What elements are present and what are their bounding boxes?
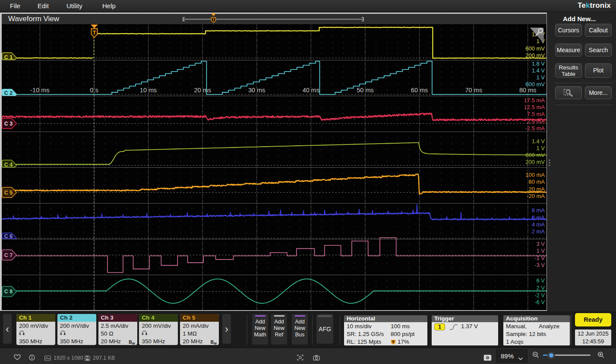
svg-text:-2.5 mA: -2.5 mA — [525, 125, 545, 132]
svg-text:80 ms: 80 ms — [519, 87, 537, 94]
svg-text:4 mA: 4 mA — [532, 221, 545, 228]
svg-text:-10 ms: -10 ms — [30, 87, 49, 94]
svg-text:T: T — [212, 18, 215, 22]
svg-text:C 7: C 7 — [4, 252, 13, 258]
svg-text:0 s: 0 s — [90, 87, 98, 94]
svg-text:1.4 V: 1.4 V — [532, 138, 545, 144]
svg-text:1.4 V: 1.4 V — [532, 67, 545, 74]
svg-text:60 mA: 60 mA — [528, 179, 545, 185]
svg-text:1 V: 1 V — [536, 248, 545, 254]
svg-text:1 V: 1 V — [536, 145, 545, 151]
svg-text:C 5: C 5 — [4, 190, 13, 196]
svg-text:7.5 mA: 7.5 mA — [527, 111, 545, 117]
svg-text:C 1: C 1 — [4, 54, 13, 60]
svg-text:60 ms: 60 ms — [411, 87, 428, 94]
svg-text:20 ms: 20 ms — [194, 87, 211, 94]
svg-text:10 ms: 10 ms — [140, 87, 157, 94]
svg-text:-2 V: -2 V — [534, 292, 545, 298]
svg-text:1.8 V: 1.8 V — [532, 60, 545, 67]
svg-text:C 4: C 4 — [4, 162, 13, 168]
svg-text:3 V: 3 V — [536, 241, 545, 247]
svg-text:200 mV: 200 mV — [525, 52, 545, 59]
svg-text:-3 V: -3 V — [534, 262, 545, 268]
svg-text:C 6: C 6 — [4, 233, 13, 239]
svg-text:2 V: 2 V — [536, 285, 545, 291]
svg-text:6 V: 6 V — [536, 277, 545, 284]
svg-text:T: T — [93, 30, 96, 36]
svg-text:50 ms: 50 ms — [357, 87, 374, 94]
svg-text:C 8: C 8 — [4, 289, 13, 295]
svg-text:8 mA: 8 mA — [532, 207, 545, 213]
svg-text:12.5 mA: 12.5 mA — [524, 104, 545, 110]
svg-text:17.5 mA: 17.5 mA — [524, 97, 545, 104]
svg-text:-6 V: -6 V — [534, 299, 545, 305]
svg-text:1 V: 1 V — [536, 74, 545, 81]
svg-text:600 mV: 600 mV — [525, 81, 545, 88]
svg-text:100 mA: 100 mA — [525, 172, 545, 178]
svg-text:2 mA: 2 mA — [532, 228, 545, 235]
svg-text:-20 mA: -20 mA — [527, 193, 545, 199]
svg-text:70 ms: 70 ms — [465, 87, 482, 94]
svg-text:200 mV: 200 mV — [525, 159, 545, 165]
svg-text:C 3: C 3 — [4, 121, 13, 127]
svg-text:40 ms: 40 ms — [303, 87, 320, 94]
svg-text:C 2: C 2 — [4, 90, 13, 96]
svg-text:600 mV: 600 mV — [525, 45, 545, 52]
svg-text:30 ms: 30 ms — [248, 87, 265, 94]
